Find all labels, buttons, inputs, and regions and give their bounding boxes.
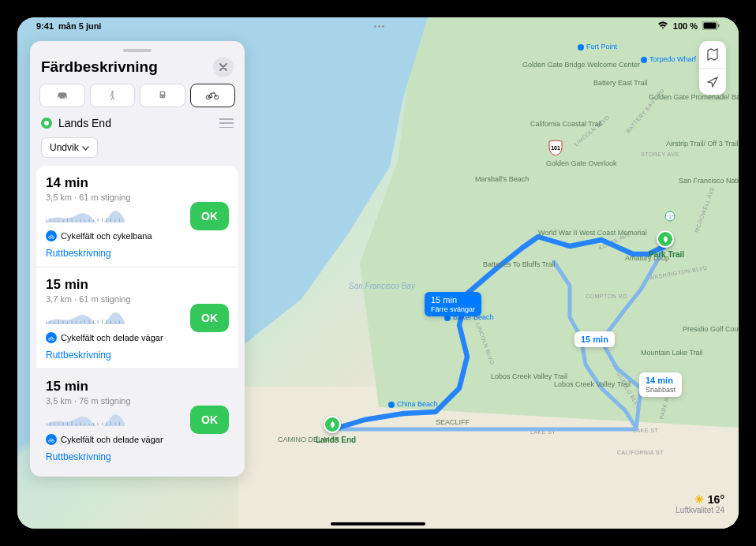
battery-icon	[702, 21, 720, 32]
poi-label: Golden Gate Overlook	[546, 159, 617, 167]
mode-tab-car[interactable]	[39, 84, 85, 107]
status-bar: 9:41 mån 5 juni 100 %	[17, 17, 739, 35]
poi-label: San Francisco National Cemetery	[679, 177, 739, 185]
poi-label[interactable]: China Beach	[388, 400, 438, 408]
mode-tab-cycle[interactable]	[190, 84, 236, 107]
map-mode-button[interactable]	[699, 41, 726, 68]
poi-label: Mountain Lake Trail	[641, 349, 703, 357]
route-info-text: Cykelfält och delade vägar	[61, 435, 163, 444]
route-card[interactable]: 14 min 3,5 km · 61 m stigning Cykelfält …	[36, 166, 238, 267]
status-date: mån 5 juni	[58, 21, 101, 31]
route-card[interactable]: 15 min 3,5 km · 76 m stigning Cykelfält …	[36, 368, 238, 470]
route-label-time: 15 min	[581, 335, 608, 344]
route-steps-link[interactable]: Ruttbeskrivning	[46, 350, 229, 361]
mode-tab-walk[interactable]	[90, 84, 136, 107]
poi-label: SEACLIFF	[436, 418, 470, 426]
svg-text:1: 1	[668, 214, 672, 219]
route-label-time: 14 min	[646, 376, 676, 386]
battery-pct: 100 %	[673, 21, 698, 31]
elevation-chart	[46, 208, 125, 223]
highway-shield: 101	[548, 140, 563, 157]
route-label-time: 15 min	[431, 295, 475, 305]
route-time: 15 min	[46, 277, 229, 293]
wifi-icon	[657, 21, 668, 31]
routes-list: 14 min 3,5 km · 61 m stigning Cykelfält …	[36, 166, 238, 470]
bike-lane-icon	[46, 434, 57, 445]
walk-icon	[105, 91, 119, 100]
destination-name: Lands End	[58, 117, 213, 129]
route-time: 15 min	[46, 379, 229, 395]
route-time: 14 min	[46, 175, 229, 191]
bike-lane-icon	[46, 230, 57, 241]
panel-drag-handle[interactable]	[123, 49, 152, 52]
bicycle-icon	[205, 91, 219, 100]
endpoint-end-label: Park Trail	[649, 250, 684, 259]
endpoint-start[interactable]	[324, 416, 341, 433]
destination-bullet-icon	[41, 118, 52, 129]
route-info-text: Cykelfält och delade vägar	[61, 333, 163, 342]
poi-label: World War II West Coast Memorial	[538, 229, 647, 237]
locate-button[interactable]	[699, 68, 726, 95]
svg-rect-7	[159, 92, 165, 99]
poi-label: Battery East Trail	[593, 79, 648, 87]
destination-row[interactable]: Lands End	[30, 114, 245, 137]
poi-label: California Coastal Trail	[530, 120, 602, 128]
mode-tab-transit[interactable]	[140, 84, 185, 107]
route-label-sub: Snabbast	[646, 386, 676, 394]
highway-marker: 1	[664, 211, 676, 223]
weather-widget[interactable]: ☀︎16° Luftkvalitet 24	[676, 493, 724, 514]
transit-icon	[155, 91, 170, 100]
endpoint-end[interactable]	[657, 230, 674, 248]
status-time: 9:41	[36, 21, 54, 31]
svg-rect-1	[703, 22, 716, 28]
go-button[interactable]: OK	[190, 202, 229, 230]
avoid-button[interactable]: Undvik	[41, 137, 98, 158]
poi-label: Marshall's Beach	[475, 175, 529, 183]
multitask-dots[interactable]	[374, 25, 384, 28]
weather-air-quality: Luftkvalitet 24	[676, 506, 724, 514]
poi-label: San Francisco Bay	[349, 282, 415, 290]
poi-label: Batteries To Bluffs Trail	[483, 260, 556, 268]
svg-point-6	[112, 91, 114, 92]
close-icon	[219, 63, 227, 71]
svg-point-10	[163, 96, 164, 97]
svg-rect-8	[161, 92, 164, 95]
car-icon	[55, 91, 69, 100]
close-button[interactable]	[213, 57, 234, 77]
poi-label: Lobos Creek Valley Trail	[491, 372, 567, 380]
poi-label: Lobos Creek Valley Trail	[554, 380, 631, 388]
bike-lane-icon	[46, 332, 57, 343]
route-label-alt2[interactable]: 14 min Snabbast	[639, 372, 682, 397]
svg-text:101: 101	[551, 145, 560, 151]
directions-panel: Färdbeskrivning	[30, 41, 245, 477]
weather-temp: 16°	[708, 493, 724, 506]
chevron-down-icon	[82, 142, 89, 153]
sun-icon: ☀︎	[694, 493, 705, 506]
poi-label: Presidio Golf Course	[683, 325, 739, 333]
reorder-handle-icon[interactable]	[219, 118, 234, 128]
endpoint-start-label: Lands End	[316, 436, 356, 444]
avoid-label: Undvik	[50, 142, 79, 153]
poi-label: Golden Gate Promenade/ Bay Trail	[649, 93, 739, 101]
route-steps-link[interactable]: Ruttbeskrivning	[46, 451, 229, 462]
poi-label[interactable]: Fort Point	[578, 43, 617, 50]
panel-title: Färdbeskrivning	[41, 58, 158, 76]
route-steps-link[interactable]: Ruttbeskrivning	[46, 248, 229, 259]
map-controls	[699, 41, 726, 95]
elevation-chart	[46, 310, 125, 324]
go-button[interactable]: OK	[190, 304, 229, 332]
home-indicator[interactable]	[331, 522, 425, 525]
route-label-sub: Färre svängar	[431, 305, 475, 313]
poi-label: Airstrip Trail/ Off 3 Trail	[666, 140, 738, 148]
route-label-primary[interactable]: 15 min Färre svängar	[425, 292, 481, 316]
route-meta: 3,5 km · 61 m stigning	[46, 193, 229, 202]
route-card[interactable]: 15 min 3,7 km · 61 m stigning Cykelfält …	[36, 267, 238, 368]
route-meta: 3,5 km · 76 m stigning	[46, 396, 229, 406]
mode-tabs	[30, 84, 245, 114]
route-label-alt1[interactable]: 15 min	[574, 331, 615, 347]
go-button[interactable]: OK	[190, 406, 229, 434]
svg-rect-2	[718, 24, 720, 27]
svg-point-9	[160, 96, 161, 97]
route-info-text: Cykelfält och cykelbana	[61, 231, 152, 241]
poi-label[interactable]: Torpedo Wharf	[641, 55, 696, 63]
